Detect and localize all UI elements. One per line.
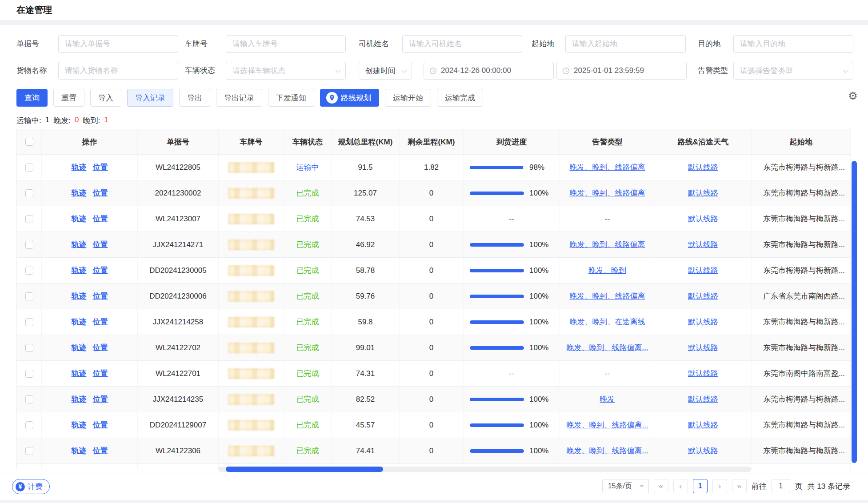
import-button[interactable]: 导入 — [90, 89, 121, 107]
gear-icon[interactable]: ⚙ — [847, 90, 859, 102]
track-link[interactable]: 轨迹 — [72, 421, 87, 429]
import-records-button[interactable]: 导入记录 — [127, 89, 173, 107]
location-link[interactable]: 位置 — [93, 240, 108, 249]
route-link[interactable]: 默认线路 — [688, 318, 718, 326]
next-page-button[interactable]: › — [712, 479, 727, 493]
row-checkbox[interactable] — [25, 395, 33, 403]
alert-type-link[interactable]: 晚发、晚到、在途离线 — [570, 318, 645, 326]
alert-type-link[interactable]: 晚发、晚到、线路偏离... — [566, 447, 648, 455]
driver-name-field[interactable] — [402, 35, 522, 53]
doc-no-field[interactable] — [58, 35, 178, 53]
track-link[interactable]: 轨迹 — [72, 343, 87, 352]
destination-input[interactable] — [734, 36, 853, 52]
track-link[interactable]: 轨迹 — [72, 369, 87, 378]
route-link[interactable]: 默认线路 — [688, 447, 718, 455]
first-page-button[interactable]: « — [654, 479, 668, 493]
route-link[interactable]: 默认线路 — [688, 189, 718, 197]
row-checkbox[interactable] — [25, 318, 33, 326]
row-checkbox[interactable] — [25, 447, 33, 455]
select-all-checkbox[interactable] — [25, 138, 33, 146]
route-link[interactable]: 默认线路 — [688, 240, 718, 249]
row-checkbox[interactable] — [25, 164, 33, 172]
date-start-picker[interactable]: 2024-12-26 00:00:00 — [424, 62, 554, 80]
time-type-select[interactable]: 创建时间 — [359, 62, 412, 80]
row-checkbox[interactable] — [25, 189, 33, 197]
row-checkbox[interactable] — [25, 292, 33, 300]
horizontal-scrollbar-track[interactable] — [218, 467, 751, 472]
row-checkbox[interactable] — [25, 421, 33, 429]
cargo-name-input[interactable] — [59, 62, 178, 79]
progress-percent: 100% — [529, 292, 548, 301]
row-checkbox[interactable] — [25, 215, 33, 223]
date-end-picker[interactable]: 2025-01-01 23:59:59 — [556, 62, 687, 80]
track-link[interactable]: 轨迹 — [72, 189, 87, 197]
track-link[interactable]: 轨迹 — [72, 292, 87, 300]
track-link[interactable]: 轨迹 — [72, 215, 87, 223]
goto-page-input[interactable] — [772, 479, 790, 493]
reset-button[interactable]: 重置 — [53, 89, 84, 107]
location-link[interactable]: 位置 — [93, 292, 108, 300]
alert-type-link[interactable]: 晚发、晚到、线路偏离... — [566, 421, 648, 429]
route-link[interactable]: 默认线路 — [688, 395, 718, 403]
transport-complete-button[interactable]: 运输完成 — [437, 89, 483, 107]
alert-type-link[interactable]: 晚发、晚到、线路偏离 — [570, 240, 645, 249]
alert-type-link[interactable]: 晚发、晚到、线路偏离 — [570, 163, 645, 172]
export-records-button[interactable]: 导出记录 — [216, 89, 262, 107]
location-link[interactable]: 位置 — [93, 395, 108, 403]
alert-type-link[interactable]: 晚发、晚到、线路偏离 — [570, 292, 645, 300]
operation-cell: 轨迹位置 — [42, 283, 138, 309]
route-link[interactable]: 默认线路 — [688, 343, 718, 352]
row-checkbox[interactable] — [25, 344, 33, 352]
location-link[interactable]: 位置 — [93, 189, 108, 197]
plate-no-field[interactable] — [226, 35, 346, 53]
row-checkbox[interactable] — [25, 267, 33, 275]
track-link[interactable]: 轨迹 — [72, 266, 87, 275]
prev-page-button[interactable]: ‹ — [673, 479, 688, 493]
plate-no-input[interactable] — [226, 36, 345, 52]
location-link[interactable]: 位置 — [93, 447, 108, 455]
cargo-name-field[interactable] — [58, 62, 178, 80]
location-link[interactable]: 位置 — [93, 215, 108, 223]
route-link[interactable]: 默认线路 — [688, 369, 718, 378]
alert-type-link[interactable]: 晚发、晚到、线路偏离... — [566, 343, 648, 352]
location-link[interactable]: 位置 — [93, 163, 108, 172]
row-checkbox[interactable] — [25, 241, 33, 249]
route-planning-button[interactable]: 路线规划 — [320, 89, 379, 107]
track-link[interactable]: 轨迹 — [72, 447, 87, 455]
route-link[interactable]: 默认线路 — [688, 292, 718, 300]
route-link[interactable]: 默认线路 — [688, 421, 718, 429]
origin-input[interactable] — [566, 36, 685, 52]
route-link[interactable]: 默认线路 — [688, 215, 718, 223]
current-page-button[interactable]: 1 — [693, 479, 708, 493]
route-link[interactable]: 默认线路 — [688, 163, 718, 172]
location-link[interactable]: 位置 — [93, 343, 108, 352]
billing-button[interactable]: ¥ 计费 — [12, 479, 50, 494]
row-checkbox[interactable] — [25, 370, 33, 378]
alert-type-select[interactable]: 请选择告警类型 — [733, 62, 853, 80]
transport-start-button[interactable]: 运输开始 — [385, 89, 431, 107]
track-link[interactable]: 轨迹 — [72, 395, 87, 403]
alert-type-link[interactable]: 晚发、晚到 — [588, 266, 626, 275]
doc-no-input[interactable] — [59, 36, 178, 52]
location-link[interactable]: 位置 — [93, 318, 108, 326]
track-link[interactable]: 轨迹 — [72, 240, 87, 249]
export-button[interactable]: 导出 — [179, 89, 210, 107]
page-size-select[interactable]: 15条/页 — [602, 479, 649, 493]
vehicle-status-select[interactable]: 请选择车辆状态 — [226, 62, 346, 80]
track-link[interactable]: 轨迹 — [72, 318, 87, 326]
location-link[interactable]: 位置 — [93, 266, 108, 275]
last-page-button[interactable]: » — [732, 479, 747, 493]
origin-field[interactable] — [565, 35, 686, 53]
horizontal-scrollbar-thumb[interactable] — [226, 467, 383, 472]
alert-type-link[interactable]: 晚发 — [600, 395, 615, 403]
query-button[interactable]: 查询 — [16, 89, 48, 107]
location-link[interactable]: 位置 — [93, 369, 108, 378]
alert-type-link[interactable]: 晚发、晚到、线路偏离 — [570, 189, 645, 197]
driver-name-input[interactable] — [403, 36, 522, 52]
vertical-scrollbar-thumb[interactable] — [852, 161, 857, 463]
track-link[interactable]: 轨迹 — [72, 163, 87, 172]
location-link[interactable]: 位置 — [93, 421, 108, 429]
notify-button[interactable]: 下发通知 — [268, 89, 314, 107]
destination-field[interactable] — [733, 35, 853, 53]
route-link[interactable]: 默认线路 — [688, 266, 718, 275]
